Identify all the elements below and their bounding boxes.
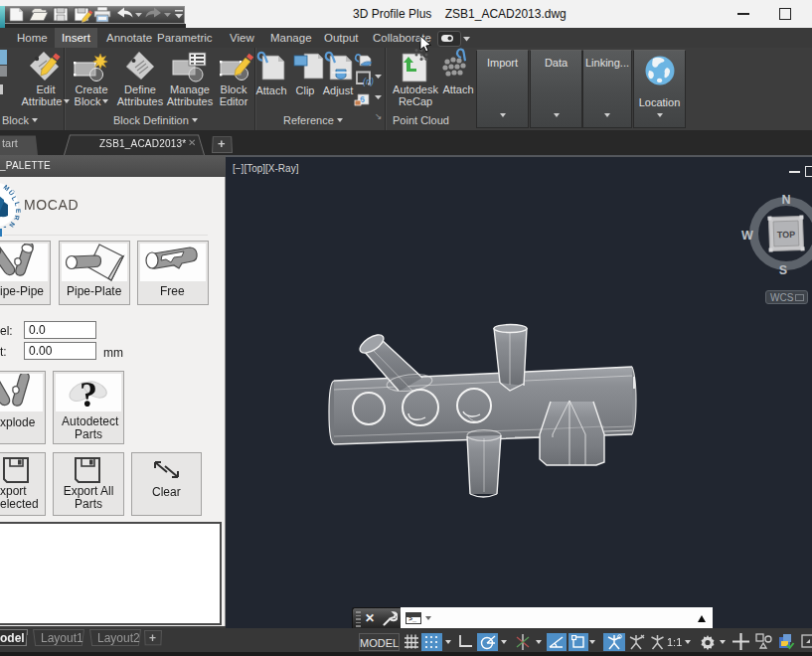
svg-text:R: R [13, 215, 21, 221]
svg-text:TOP: TOP [777, 230, 796, 241]
svg-text:(n): (n) [363, 77, 374, 86]
svg-text:L: L [14, 201, 22, 207]
svg-text:N: N [781, 193, 790, 207]
svg-text:W: W [741, 229, 753, 243]
svg-text:S: S [779, 263, 787, 277]
svg-text:?: ? [80, 375, 97, 411]
svg-text:E: E [15, 209, 22, 214]
